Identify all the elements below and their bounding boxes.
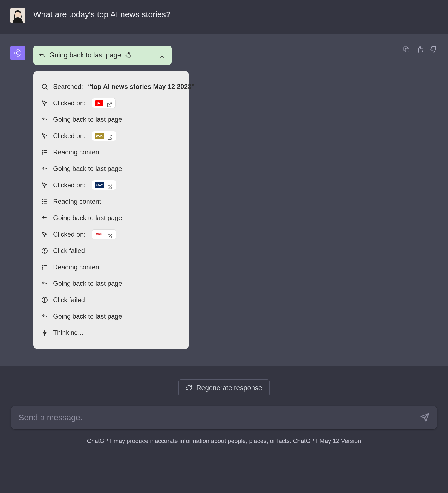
svg-line-4 bbox=[46, 88, 47, 89]
step-back: Going back to last page bbox=[41, 111, 181, 128]
read-icon bbox=[41, 198, 48, 205]
chevron-up-icon bbox=[159, 52, 165, 58]
click-icon bbox=[41, 100, 48, 107]
think-icon bbox=[41, 329, 48, 336]
step-think: Thinking... bbox=[41, 325, 181, 341]
back-icon bbox=[41, 313, 48, 320]
step-label: Click failed bbox=[53, 246, 85, 256]
back-icon bbox=[41, 116, 48, 123]
svg-point-17 bbox=[42, 199, 43, 200]
svg-point-29 bbox=[42, 269, 43, 269]
step-label: Reading content bbox=[53, 197, 101, 206]
step-label: Going back to last page bbox=[53, 213, 122, 223]
step-label: Going back to last page bbox=[53, 164, 122, 174]
step-label: Clicked on: bbox=[53, 180, 86, 190]
site-chip-youtube[interactable]: ▶ bbox=[92, 98, 116, 108]
disclaimer-text: ChatGPT may produce inaccurate informati… bbox=[87, 437, 293, 444]
step-back: Going back to last page bbox=[41, 308, 181, 325]
user-prompt-text: What are today's top AI news stories? bbox=[33, 8, 170, 21]
step-back: Going back to last page bbox=[41, 275, 181, 292]
read-icon bbox=[41, 149, 48, 156]
step-back: Going back to last page bbox=[41, 161, 181, 177]
svg-point-2 bbox=[16, 52, 19, 54]
footer-note: ChatGPT may produce inaccurate informati… bbox=[11, 436, 437, 445]
back-arrow-icon bbox=[38, 52, 45, 59]
click-icon bbox=[41, 231, 48, 238]
svg-point-32 bbox=[44, 301, 45, 301]
external-link-icon bbox=[107, 182, 113, 188]
composer-area: Regenerate response ChatGPT may produce … bbox=[0, 366, 448, 454]
svg-line-6 bbox=[109, 135, 112, 138]
copy-button[interactable] bbox=[403, 46, 410, 53]
assistant-message-row: Going back to last page bbox=[0, 34, 448, 366]
back-icon bbox=[41, 214, 48, 221]
version-link[interactable]: ChatGPT May 12 Version bbox=[293, 437, 361, 444]
step-fail: Click failed bbox=[41, 292, 181, 308]
svg-point-28 bbox=[42, 267, 43, 267]
step-label: Reading content bbox=[53, 147, 101, 157]
step-click: Clicked on:▶ bbox=[41, 95, 181, 111]
step-search: Searched: “top AI news stories May 12 20… bbox=[41, 78, 181, 95]
svg-rect-33 bbox=[405, 48, 409, 52]
step-read: Reading content bbox=[41, 144, 181, 161]
click-icon bbox=[41, 132, 48, 139]
step-fail: Click failed bbox=[41, 243, 181, 259]
step-label: Going back to last page bbox=[53, 311, 122, 321]
svg-point-27 bbox=[42, 265, 43, 266]
site-chip-crn[interactable]: CRN bbox=[92, 229, 116, 239]
message-input[interactable] bbox=[19, 413, 420, 422]
step-click: Clicked on:CRN bbox=[41, 226, 181, 243]
step-label: Searched: bbox=[53, 82, 83, 92]
step-read: Reading content bbox=[41, 193, 181, 210]
read-icon bbox=[41, 264, 48, 271]
thumbs-up-button[interactable] bbox=[416, 46, 424, 53]
step-click: Clicked on:LAW bbox=[41, 177, 181, 193]
search-icon bbox=[41, 83, 48, 90]
user-message-row: What are today's top AI news stories? bbox=[0, 0, 448, 34]
thumbs-down-button[interactable] bbox=[430, 46, 438, 53]
site-chip-law[interactable]: LAW bbox=[92, 180, 116, 190]
step-label: Click failed bbox=[53, 295, 85, 305]
step-label: Going back to last page bbox=[53, 115, 122, 124]
step-label: Clicked on: bbox=[53, 131, 86, 141]
browsing-status-text: Going back to last page bbox=[49, 50, 121, 60]
svg-point-19 bbox=[42, 203, 43, 203]
step-label: Clicked on: bbox=[53, 229, 86, 239]
send-button[interactable] bbox=[420, 413, 429, 422]
fail-icon bbox=[41, 296, 48, 304]
step-label: Reading content bbox=[53, 262, 101, 272]
step-label: Clicked on: bbox=[53, 98, 86, 108]
svg-point-23 bbox=[44, 252, 45, 252]
svg-point-12 bbox=[42, 154, 43, 154]
click-icon bbox=[41, 182, 48, 189]
site-chip-dck[interactable]: DCK bbox=[92, 131, 116, 141]
regenerate-label: Regenerate response bbox=[196, 384, 262, 392]
step-read: Reading content bbox=[41, 259, 181, 275]
step-back: Going back to last page bbox=[41, 210, 181, 226]
step-query: “top AI news stories May 12 2023” bbox=[88, 82, 195, 92]
regenerate-button[interactable]: Regenerate response bbox=[178, 379, 269, 396]
svg-line-13 bbox=[109, 185, 112, 187]
external-link-icon bbox=[107, 232, 113, 237]
svg-point-11 bbox=[42, 152, 43, 152]
message-input-bar[interactable] bbox=[11, 406, 437, 429]
svg-point-18 bbox=[42, 201, 43, 202]
assistant-avatar bbox=[10, 46, 25, 60]
browsing-steps-panel: Searched: “top AI news stories May 12 20… bbox=[33, 71, 189, 349]
external-link-icon bbox=[107, 100, 112, 106]
back-icon bbox=[41, 280, 48, 287]
browsing-status-pill[interactable]: Going back to last page bbox=[33, 46, 172, 65]
step-label: Going back to last page bbox=[53, 279, 122, 288]
step-label: Thinking... bbox=[53, 328, 83, 338]
step-click: Clicked on:DCK bbox=[41, 128, 181, 144]
user-avatar bbox=[10, 8, 25, 23]
svg-line-20 bbox=[109, 234, 112, 236]
fail-icon bbox=[41, 247, 48, 254]
external-link-icon bbox=[107, 133, 113, 139]
spinner-icon bbox=[125, 52, 131, 58]
svg-point-10 bbox=[42, 150, 43, 151]
back-icon bbox=[41, 165, 48, 172]
feedback-icons bbox=[403, 46, 438, 53]
svg-line-5 bbox=[109, 103, 111, 105]
svg-point-3 bbox=[42, 84, 46, 88]
